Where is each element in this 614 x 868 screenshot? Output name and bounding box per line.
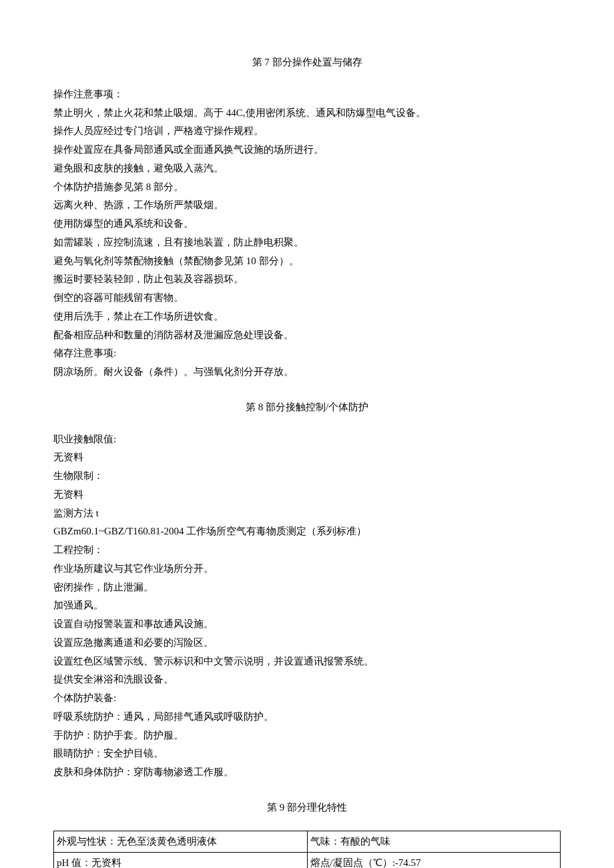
table-cell: pH 值：无资料	[54, 853, 308, 868]
table-row: pH 值：无资料 熔点/凝固点（℃）:-74.57	[54, 853, 561, 868]
section-7-line: 如需罐装，应控制流速，且有接地装置，防止静电积聚。	[53, 234, 561, 252]
section-8-line: 呼吸系统防护：通风，局部排气通风或呼吸防护。	[53, 708, 561, 727]
table-cell: 熔点/凝固点（℃）:-74.57	[307, 853, 561, 868]
section-8-line: 个体防护装备:	[53, 689, 561, 708]
section-8-line: 职业接触限值:	[53, 430, 561, 449]
section-8-line: 无资料	[53, 448, 561, 467]
section-7-line: 避免与氧化剂等禁配物接触（禁配物参见第 10 部分）。	[53, 252, 561, 271]
section-7-line: 搬运时要轻装轻卸，防止包装及容器损坏。	[53, 270, 561, 289]
section-8-line: 监测方法 t	[53, 504, 561, 523]
section-8-line: 设置应急撤离通道和必要的泻险区。	[53, 634, 561, 653]
section-7-line: 个体防护措施参见第 8 部分。	[53, 178, 561, 197]
section-8-line: 作业场所建议与其它作业场所分开。	[53, 560, 561, 578]
section-8-title: 第 8 部分接触控制/个体防护	[53, 398, 561, 417]
section-8-line: 手防护：防护手套。防护服。	[53, 727, 561, 745]
section-8-line: 加强通风。	[53, 596, 561, 615]
section-8-line: 眼睛防护：安全护目镜。	[53, 745, 561, 763]
section-7-line: 操作处置应在具备局部通风或全面通风换气设施的场所进行。	[53, 141, 561, 159]
section-7-line: 倒空的容器可能残留有害物。	[53, 289, 561, 308]
section-7-line: 使用防爆型的通风系统和设备。	[53, 215, 561, 234]
section-8-line: 密闭操作，防止泄漏。	[53, 578, 561, 597]
section-8-line: 工程控制：	[53, 541, 561, 560]
table-cell: 外观与性状：无色至淡黄色透明液体	[54, 831, 308, 853]
section-9-title: 第 9 部分理化特性	[53, 799, 561, 817]
section-8-line: 提供安全淋浴和洗眼设备。	[53, 671, 561, 689]
section-8-line: 皮肤和身体防护：穿防毒物渗透工作服。	[53, 763, 561, 782]
section-7-line: 配备相应品种和数量的消防器材及泄漏应急处理设备。	[53, 326, 561, 345]
section-8-content: 职业接触限值: 无资料 生物限制： 无资料 监测方法 t GBZm60.1~GB…	[53, 430, 561, 782]
section-7-line: 禁止明火，禁止火花和禁止吸烟。高于 44C,使用密闭系统、通风和防爆型电气设备。	[53, 104, 561, 123]
table-cell: 气味：有酸的气味	[307, 831, 561, 853]
section-7-line: 远离火种、热源，工作场所严禁吸烟。	[53, 196, 561, 215]
section-8-line: 生物限制：	[53, 467, 561, 486]
section-7-line: 操作人员应经过专门培训，严格遵守操作规程。	[53, 122, 561, 141]
section-7-line: 使用后洗手，禁止在工作场所进饮食。	[53, 308, 561, 326]
section-7-line: 储存注意事项:	[53, 344, 561, 363]
section-8-line: 设置红色区域警示线、警示标识和中文警示说明，并设置通讯报警系统。	[53, 653, 561, 671]
section-8-line: GBZm60.1~GBZ/T160.81-2004 工作场所空气有毒物质测定（系…	[53, 522, 561, 541]
section-7-title: 第 7 部分操作处置与储存	[53, 53, 561, 72]
section-8-line: 设置自动报警装置和事故通风设施。	[53, 615, 561, 634]
section-7-line: 阴凉场所。耐火设备（条件）。与强氧化剂分开存放。	[53, 363, 561, 382]
section-7-content: 操作注意事项： 禁止明火，禁止火花和禁止吸烟。高于 44C,使用密闭系统、通风和…	[53, 85, 561, 382]
table-row: 外观与性状：无色至淡黄色透明液体 气味：有酸的气味	[54, 831, 561, 853]
section-9-table: 外观与性状：无色至淡黄色透明液体 气味：有酸的气味 pH 值：无资料 熔点/凝固…	[53, 831, 561, 869]
section-8-line: 无资料	[53, 486, 561, 504]
section-7-line: 避免眼和皮肤的接触，避免吸入蒸汽。	[53, 159, 561, 178]
section-7-line: 操作注意事项：	[53, 85, 561, 104]
